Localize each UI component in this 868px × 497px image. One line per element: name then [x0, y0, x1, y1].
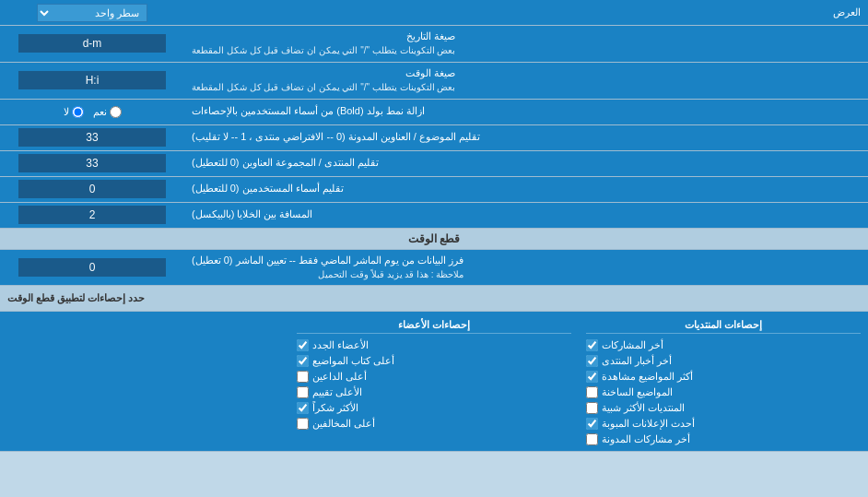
cb-item-2: أكثر المواضيع مشاهدة	[586, 371, 861, 383]
display-row: العرض سطر واحد سطرين ثلاثة أسطر	[0, 0, 868, 26]
cb-col1-4[interactable]	[586, 402, 598, 414]
col2: إحصاءات الأعضاء الأعضاء الجدد أعلى كتاب …	[289, 315, 579, 447]
users-limit-label: تقليم أسماء المستخدمين (0 للتعطيل)	[184, 177, 868, 202]
cutoff-days-label: فرز البيانات من يوم الماشر الماضي فقط --…	[184, 250, 868, 286]
date-format-input[interactable]	[18, 34, 166, 53]
display-select[interactable]: سطر واحد سطرين ثلاثة أسطر	[37, 4, 147, 22]
cutoff-section-title: قطع الوقت	[0, 229, 868, 249]
cb2-item-5: أعلى المخالفين	[297, 418, 571, 430]
cb-item-3: المواضيع الساخنة	[586, 386, 861, 398]
time-format-label: صيغة الوقت بعض التكوينات يتطلب "/" التي …	[184, 63, 868, 99]
cb-col1-1[interactable]	[586, 355, 598, 367]
cutoff-days-input-container	[0, 250, 184, 286]
col1-header: إحصاءات المنتديات	[586, 317, 861, 334]
cb2-item-4: الأكثر شكراً	[297, 402, 571, 414]
cb-col2-4[interactable]	[297, 402, 309, 414]
forum-limit-input-container	[0, 151, 184, 176]
cb-col2-1[interactable]	[297, 355, 309, 367]
main-container: العرض سطر واحد سطرين ثلاثة أسطر صيغة الت…	[0, 0, 868, 452]
cb2-item-2: أعلى الداعين	[297, 371, 571, 383]
bold-remove-radio-group: نعم لا	[0, 103, 184, 121]
topics-limit-label: تقليم الموضوع / العناوين المدونة (0 -- ا…	[184, 125, 868, 150]
cb-item-6: أخر مشاركات المدونة	[586, 433, 861, 445]
space-label: المسافة بين الخلايا (بالبيكسل)	[184, 203, 868, 228]
cutoff-days-row: فرز البيانات من يوم الماشر الماضي فقط --…	[0, 250, 868, 287]
cb-item-1: أخر أخبار المنتدى	[586, 355, 861, 367]
bold-remove-row: ازالة نمط بولد (Bold) من أسماء المستخدمي…	[0, 100, 868, 125]
cutoff-days-input[interactable]	[18, 258, 166, 277]
bold-yes-radio[interactable]	[110, 106, 122, 118]
cb-col1-2[interactable]	[586, 371, 598, 383]
display-select-container: سطر واحد سطرين ثلاثة أسطر	[0, 1, 184, 25]
bold-remove-label: ازالة نمط بولد (Bold) من أسماء المستخدمي…	[184, 101, 868, 122]
col1: إحصاءات المنتديات أخر المشاركات أخر أخبا…	[579, 315, 868, 447]
cb-col2-5[interactable]	[297, 418, 309, 430]
cb-col1-6[interactable]	[586, 433, 598, 445]
users-limit-input[interactable]	[18, 180, 166, 198]
bold-no-label[interactable]: لا	[64, 106, 84, 118]
cb-col2-2[interactable]	[297, 371, 309, 383]
cb-item-4: المنتديات الأكثر شبية	[586, 402, 861, 414]
col3-empty	[0, 315, 289, 447]
col2-header: إحصاءات الأعضاء	[297, 317, 571, 334]
cb-col1-5[interactable]	[586, 418, 598, 430]
date-format-input-container	[0, 26, 184, 62]
cutoff-section-header-row: قطع الوقت	[0, 229, 868, 250]
cb-col1-3[interactable]	[586, 386, 598, 398]
topics-limit-input[interactable]	[18, 128, 166, 147]
forum-limit-row: تقليم المنتدى / المجموعة العناوين (0 للت…	[0, 151, 868, 177]
cb2-item-3: الأعلى تقييم	[297, 386, 571, 398]
cb-col2-0[interactable]	[297, 339, 309, 351]
stats-header-row: حدد إحصاءات لتطبيق قطع الوقت	[0, 286, 868, 312]
space-input[interactable]	[18, 206, 166, 224]
checkboxes-section: إحصاءات المنتديات أخر المشاركات أخر أخبا…	[0, 312, 868, 452]
time-format-input[interactable]	[18, 71, 166, 89]
forum-limit-input[interactable]	[18, 154, 166, 172]
cb-item-0: أخر المشاركات	[586, 339, 861, 351]
stats-header-label: حدد إحصاءات لتطبيق قطع الوقت	[0, 286, 868, 311]
cb-col2-3[interactable]	[297, 386, 309, 398]
bold-yes-label[interactable]: نعم	[93, 106, 122, 118]
forum-limit-label: تقليم المنتدى / المجموعة العناوين (0 للت…	[184, 151, 868, 176]
bold-no-radio[interactable]	[72, 106, 84, 118]
users-limit-row: تقليم أسماء المستخدمين (0 للتعطيل)	[0, 177, 868, 203]
display-label: العرض	[184, 3, 868, 22]
topics-limit-input-container	[0, 125, 184, 150]
cb2-item-1: أعلى كتاب المواضيع	[297, 355, 571, 367]
date-format-label: صيغة التاريخ بعض التكوينات يتطلب "/" الت…	[184, 26, 868, 62]
cb-item-5: أحدث الإعلانات المبوبة	[586, 418, 861, 430]
date-format-row: صيغة التاريخ بعض التكوينات يتطلب "/" الت…	[0, 26, 868, 63]
checkboxes-grid: إحصاءات المنتديات أخر المشاركات أخر أخبا…	[0, 312, 868, 451]
time-format-input-container	[0, 63, 184, 99]
time-format-row: صيغة الوقت بعض التكوينات يتطلب "/" التي …	[0, 63, 868, 100]
users-limit-input-container	[0, 177, 184, 202]
topics-limit-row: تقليم الموضوع / العناوين المدونة (0 -- ا…	[0, 125, 868, 151]
cb2-item-0: الأعضاء الجدد	[297, 339, 571, 351]
cb-col1-0[interactable]	[586, 339, 598, 351]
space-row: المسافة بين الخلايا (بالبيكسل)	[0, 203, 868, 229]
space-input-container	[0, 203, 184, 228]
